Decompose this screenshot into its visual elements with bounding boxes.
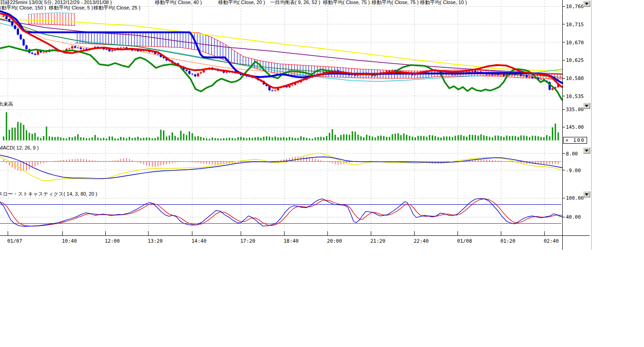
chart-window: 日経225mini 13/03( 5分, 2012/12/29 - 2013/0…: [0, 0, 644, 347]
header-indicator-label: 移動平均( Close, 40 ): [155, 0, 202, 5]
header-indicator-label: 移動平均( Close, 10 ): [420, 0, 467, 5]
price-axis-label: 10,580: [566, 76, 584, 81]
header-indicator-label: 移動平均( Close, 150 ): [0, 5, 46, 10]
macd-axis-label: 8.00: [566, 151, 578, 156]
chevron-down-icon: [585, 150, 588, 152]
chart-canvas: [0, 0, 644, 253]
header-indicator-label: 移動平均( Close, 25 ): [93, 5, 140, 10]
volume-pane-label: 出来高: [0, 101, 13, 107]
header-indicator-label: 移動平均( Close, 75 ): [372, 0, 419, 5]
time-axis-label: 02:40: [544, 239, 559, 244]
price-axis-label: 10,535: [566, 94, 584, 99]
time-axis-label: 01/08: [457, 239, 472, 244]
header-indicator-label: 一目均衡表( 9, 26, 52 ): [270, 0, 320, 5]
chevron-down-icon: [585, 3, 588, 5]
time-axis-label: 17:20: [240, 239, 255, 244]
price-axis-label: 10,670: [566, 40, 584, 45]
time-axis-label: 01/07: [7, 239, 22, 244]
stoch-axis-label: 100.00: [566, 196, 584, 201]
macd-axis-label: -9.00: [566, 168, 581, 173]
time-axis-label: 01:20: [500, 239, 515, 244]
price-axis-label: 10,760: [566, 4, 584, 9]
price-axis-label: 10,625: [566, 58, 584, 63]
price-axis-label: 10,715: [566, 22, 584, 27]
time-axis-label: 21:20: [370, 239, 385, 244]
time-axis-label: 22:40: [414, 239, 429, 244]
time-axis-label: 12:00: [105, 239, 120, 244]
chevron-down-icon: [585, 193, 588, 196]
header-indicator-label: 移動平均( Close, 20 ): [218, 0, 265, 5]
header-indicator-label: 移動平均( Close, 5 ): [49, 5, 93, 10]
scale-dropdown-button[interactable]: [583, 103, 590, 109]
volume-axis-label: 335.00: [566, 107, 584, 112]
chevron-down-icon: [585, 105, 588, 107]
time-axis-label: 18:40: [284, 239, 299, 244]
scale-dropdown-button[interactable]: [583, 0, 590, 7]
header-indicator-label: 日経225mini 13/03( 5分, 2012/12/29 - 2013/0…: [0, 0, 112, 5]
time-axis-label: 10:40: [62, 239, 77, 244]
scale-dropdown-button[interactable]: [583, 191, 590, 197]
stochastics-pane-label: スロー・ストキャスティクス( 14, 3, 80, 20 ): [0, 191, 97, 197]
volume-axis-label: 145.00: [566, 125, 584, 130]
volume-multiplier-badge: × 100: [563, 137, 587, 144]
time-axis-label: 13:20: [148, 239, 163, 244]
header-indicator-label: 移動平均( Close, 75 ): [323, 0, 370, 5]
time-axis-label: 14:40: [191, 239, 206, 244]
macd-pane-label: MACD( 12, 26, 9 ): [0, 145, 39, 150]
time-axis-label: 20:00: [327, 239, 342, 244]
stoch-axis-label: 40.00: [566, 215, 581, 220]
scale-dropdown-button[interactable]: [583, 147, 590, 154]
